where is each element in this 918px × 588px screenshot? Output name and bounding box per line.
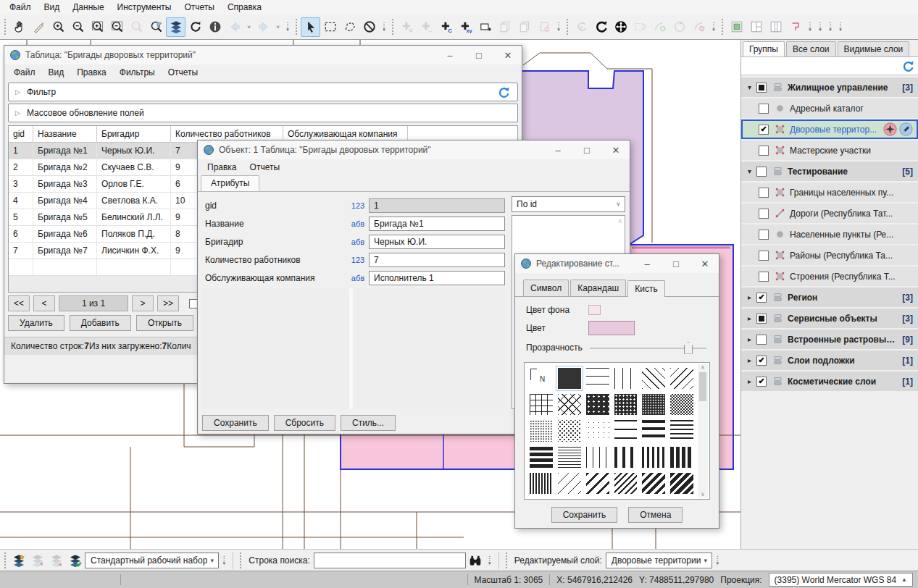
table-menu-2[interactable]: Правка [70, 66, 113, 79]
nav-back-dropdown-button[interactable]: ˅ [244, 17, 254, 37]
select-polygon-tool-button[interactable] [340, 17, 359, 37]
pattern-swatch-solid[interactable] [558, 368, 581, 389]
layer-row-7[interactable]: Населенные пункты (Ре... [741, 224, 918, 244]
projection-dropdown[interactable]: (3395) World Mercator WGS 84 ▲ [769, 573, 913, 587]
info-tool-button[interactable] [205, 17, 225, 37]
add-xy-tool-button[interactable]: xy [456, 17, 475, 37]
pattern-swatch-diag-fwd[interactable] [670, 368, 693, 389]
nav-forward-dropdown-button[interactable]: ˅ [273, 17, 283, 37]
toolbar-overflow-button[interactable]: ⋮▾ [826, 17, 835, 36]
pattern-swatch-hline-med[interactable] [670, 420, 693, 441]
visibility-checkbox[interactable] [759, 104, 769, 114]
table-menu-1[interactable]: Вид [42, 66, 71, 79]
expand-icon[interactable]: ▸ [744, 293, 755, 301]
workset-dropdown[interactable]: Стандартный рабочий набор ▾ [85, 553, 219, 568]
layers-tool-button[interactable] [166, 17, 185, 37]
toolbar-grip[interactable] [4, 18, 7, 35]
pattern-swatch-vline-med[interactable] [642, 447, 665, 468]
pattern-swatch-hline-thick[interactable] [642, 420, 665, 441]
select-rect-tool-button[interactable] [320, 17, 340, 37]
toolbar-overflow-button[interactable]: ⋮▾ [485, 551, 494, 570]
pattern-swatch-hline-fine[interactable] [558, 447, 581, 468]
zoom-select-tool-button[interactable] [146, 17, 166, 37]
menu-item-4[interactable]: Отчеты [178, 1, 220, 14]
pattern-swatch-vline-thick[interactable] [614, 447, 638, 468]
opacity-slider-handle[interactable] [684, 342, 693, 354]
layerset-back-button[interactable] [28, 551, 47, 570]
toolbar-overflow-button[interactable]: ⋮▾ [836, 17, 845, 36]
pattern-swatch-none[interactable]: N [530, 368, 553, 389]
visibility-checkbox[interactable] [756, 314, 767, 324]
table-menu-0[interactable]: Файл [7, 66, 42, 79]
pattern-swatch-dots-dark-med[interactable] [614, 394, 638, 415]
pattern-swatch-vline-fine[interactable] [530, 473, 553, 494]
visibility-checkbox[interactable] [759, 146, 769, 156]
layer-search-input[interactable] [744, 59, 901, 73]
group-row-13[interactable]: ▸✔Слои подложки[1] [741, 350, 918, 370]
group-row-12[interactable]: ▸Встроенные растровые с...[9] [741, 329, 918, 349]
pattern-swatch-dots-dark-sparse[interactable] [586, 394, 609, 415]
panel-bracket-tool-button[interactable] [785, 17, 805, 37]
pager-first-button[interactable]: << [8, 295, 30, 311]
minimize-button[interactable]: – [635, 256, 659, 272]
flip-tool-button[interactable] [630, 17, 650, 37]
pan-tool-button[interactable] [9, 17, 29, 37]
pattern-scrollbar[interactable]: ∧ ∨ [698, 364, 708, 497]
edit-layer-button[interactable] [899, 122, 913, 136]
refresh-layers-icon[interactable] [901, 59, 915, 73]
nav-forward-button[interactable] [254, 17, 273, 37]
layer-row-3[interactable]: Мастерские участки [741, 140, 918, 160]
add-by-coords-tool-button[interactable]: C [436, 17, 456, 37]
collapse-icon[interactable]: ▾ [744, 167, 755, 175]
pattern-swatch-dots-light-diag[interactable] [558, 420, 581, 441]
arc-remove-tool-button[interactable] [689, 17, 709, 37]
pager-last-button[interactable]: >> [157, 295, 179, 311]
layer-row-5[interactable]: Границы населенных пу... [741, 182, 918, 202]
panel-window-tool-button[interactable] [746, 17, 766, 37]
pattern-swatch-hline-wide[interactable] [586, 368, 609, 389]
pattern-swatch-diag-thick[interactable] [586, 473, 609, 494]
attribute-value-field[interactable]: Черных Ю.И. [369, 235, 505, 249]
visibility-checkbox[interactable] [759, 272, 769, 282]
object-menu-1[interactable]: Отчеты [243, 161, 286, 174]
close-button[interactable]: ✕ [496, 47, 520, 63]
zoom-prev-tool-button[interactable] [127, 17, 146, 37]
panel-add-tool-button[interactable] [727, 17, 746, 37]
expand-icon[interactable]: ▸ [744, 377, 755, 385]
menu-item-0[interactable]: Файл [3, 1, 38, 14]
menu-item-1[interactable]: Вид [38, 1, 67, 14]
style-tab-2[interactable]: Кисть [627, 280, 664, 297]
toolbar-grip[interactable] [391, 18, 395, 35]
pager-prev-button[interactable]: < [33, 295, 55, 311]
zoom-window-in-tool-button[interactable] [88, 17, 107, 37]
table-menu-4[interactable]: Отчеты [162, 66, 204, 79]
zoom-window-out-tool-button[interactable] [107, 17, 127, 37]
menu-item-2[interactable]: Данные [66, 1, 110, 14]
attribute-value-field[interactable]: 1 [369, 198, 505, 213]
scrollbar-thumb[interactable] [699, 372, 706, 401]
open-button[interactable]: Открыть [136, 315, 193, 331]
pattern-swatch-dots-dark-dense[interactable] [642, 394, 665, 415]
pattern-swatch-cross-diag[interactable] [558, 394, 581, 415]
expand-icon[interactable]: ▸ [744, 314, 755, 322]
close-button[interactable]: ✕ [604, 142, 628, 158]
locate-layer-button[interactable] [883, 122, 897, 136]
visibility-checkbox[interactable]: ✔ [756, 356, 767, 366]
panel-columns-tool-button[interactable] [766, 17, 785, 37]
menu-item-5[interactable]: Справка [221, 1, 268, 14]
pattern-swatch-diag-dense[interactable] [642, 473, 665, 494]
pattern-swatch-diag-med[interactable] [614, 473, 638, 494]
sort-dropdown[interactable]: По id ˅ [512, 196, 625, 212]
copy-tool-button[interactable] [495, 17, 514, 37]
paste-tool-button[interactable] [514, 17, 534, 37]
style-tab-0[interactable]: Символ [523, 280, 569, 296]
tab-attributes[interactable]: Атрибуты [201, 175, 259, 191]
rotate-dir-tool-button[interactable] [669, 17, 689, 37]
pattern-swatch-vline-thin[interactable] [586, 447, 609, 468]
attribute-value-field[interactable]: Бригада №1 [369, 217, 505, 231]
toolbar-grip[interactable] [4, 552, 7, 569]
toolbar-overflow-button[interactable]: ⋮▾ [380, 17, 388, 36]
add-object-tool-button[interactable] [397, 17, 417, 37]
layers-tab-1[interactable]: Все слои [786, 41, 836, 56]
save-button[interactable]: Сохранить [551, 507, 618, 523]
